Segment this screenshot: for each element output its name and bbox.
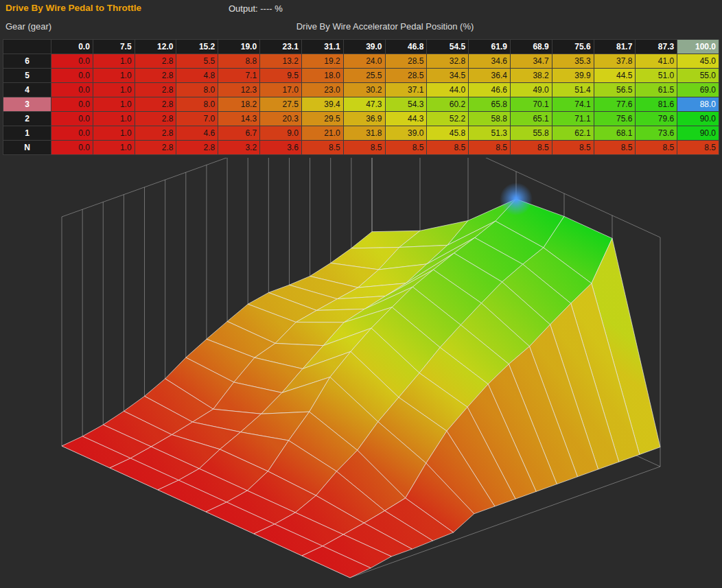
value-cell[interactable]: 0.0 xyxy=(51,83,93,97)
value-cell[interactable]: 8.5 xyxy=(552,141,594,155)
value-cell[interactable]: 71.1 xyxy=(552,112,594,126)
value-cell[interactable]: 3.6 xyxy=(260,141,302,155)
value-cell[interactable]: 20.3 xyxy=(260,112,302,126)
row-header-cell[interactable]: 3 xyxy=(3,97,51,112)
value-cell[interactable]: 8.5 xyxy=(301,141,343,155)
col-header-cell[interactable]: 12.0 xyxy=(135,40,176,54)
value-cell[interactable]: 1.0 xyxy=(93,83,135,97)
col-header-cell[interactable]: 75.6 xyxy=(552,40,594,54)
value-cell[interactable]: 90.0 xyxy=(677,126,719,141)
value-cell[interactable]: 21.0 xyxy=(301,126,343,141)
value-cell[interactable]: 41.0 xyxy=(636,54,677,69)
value-cell[interactable]: 46.6 xyxy=(469,83,511,97)
value-cell[interactable]: 14.3 xyxy=(218,112,260,126)
col-header-cell[interactable]: 46.8 xyxy=(385,40,427,54)
value-cell[interactable]: 2.8 xyxy=(176,141,218,155)
value-cell[interactable]: 7.0 xyxy=(176,112,218,126)
value-cell[interactable]: 2.8 xyxy=(135,126,176,141)
value-cell[interactable]: 2.8 xyxy=(135,54,176,69)
value-cell[interactable]: 8.5 xyxy=(594,141,636,155)
col-header-cell[interactable]: 61.9 xyxy=(469,40,511,54)
value-cell[interactable]: 25.5 xyxy=(343,69,385,83)
value-cell[interactable]: 69.0 xyxy=(677,83,719,97)
value-cell[interactable]: 54.3 xyxy=(385,97,427,112)
value-cell[interactable]: 1.0 xyxy=(93,112,135,126)
value-cell[interactable]: 44.5 xyxy=(594,69,636,83)
value-cell[interactable]: 36.9 xyxy=(343,112,385,126)
value-cell[interactable]: 28.5 xyxy=(385,69,427,83)
value-cell[interactable]: 13.2 xyxy=(260,54,302,69)
value-cell[interactable]: 61.5 xyxy=(636,83,677,97)
col-header-cell[interactable]: 0.0 xyxy=(51,40,93,54)
value-cell[interactable]: 0.0 xyxy=(51,126,93,141)
value-cell[interactable]: 65.1 xyxy=(510,112,552,126)
value-cell[interactable]: 2.8 xyxy=(135,141,176,155)
value-cell[interactable]: 55.0 xyxy=(677,69,719,83)
value-cell[interactable]: 30.2 xyxy=(343,83,385,97)
value-cell[interactable]: 8.5 xyxy=(469,141,511,155)
value-cell[interactable]: 1.0 xyxy=(93,97,135,112)
value-cell[interactable]: 4.6 xyxy=(176,126,218,141)
value-cell[interactable]: 51.3 xyxy=(469,126,511,141)
col-header-cell[interactable]: 31.1 xyxy=(301,40,343,54)
value-cell[interactable]: 4.8 xyxy=(176,69,218,83)
value-cell[interactable]: 8.5 xyxy=(427,141,469,155)
value-cell[interactable]: 37.1 xyxy=(385,83,427,97)
value-cell[interactable]: 1.0 xyxy=(93,69,135,83)
value-cell[interactable]: 17.0 xyxy=(260,83,302,97)
value-cell[interactable]: 39.9 xyxy=(552,69,594,83)
value-cell[interactable]: 39.0 xyxy=(385,126,427,141)
value-cell[interactable]: 74.1 xyxy=(552,97,594,112)
pedal-throttle-table[interactable]: 0.07.512.015.219.023.131.139.046.854.561… xyxy=(3,39,719,155)
value-cell[interactable]: 6.7 xyxy=(218,126,260,141)
value-cell[interactable]: 73.6 xyxy=(636,126,677,141)
col-header-cell[interactable]: 100.0 xyxy=(677,40,719,54)
value-cell[interactable]: 12.3 xyxy=(218,83,260,97)
value-cell[interactable]: 1.0 xyxy=(93,54,135,69)
col-header-cell[interactable]: 54.5 xyxy=(427,40,469,54)
value-cell[interactable]: 65.8 xyxy=(469,97,511,112)
value-cell[interactable]: 39.4 xyxy=(301,97,343,112)
value-cell[interactable]: 36.4 xyxy=(469,69,511,83)
col-header-cell[interactable]: 23.1 xyxy=(260,40,302,54)
value-cell[interactable]: 60.2 xyxy=(427,97,469,112)
value-cell[interactable]: 18.2 xyxy=(218,97,260,112)
value-cell[interactable]: 8.5 xyxy=(636,141,677,155)
value-cell[interactable]: 18.0 xyxy=(301,69,343,83)
value-cell[interactable]: 8.8 xyxy=(218,54,260,69)
value-cell[interactable]: 51.4 xyxy=(552,83,594,97)
value-cell[interactable]: 3.2 xyxy=(218,141,260,155)
value-cell[interactable]: 47.3 xyxy=(343,97,385,112)
value-cell[interactable]: 37.8 xyxy=(594,54,636,69)
value-cell[interactable]: 34.6 xyxy=(469,54,511,69)
value-cell[interactable]: 29.5 xyxy=(301,112,343,126)
value-cell[interactable]: 58.8 xyxy=(469,112,511,126)
row-header-cell[interactable]: 2 xyxy=(3,112,51,126)
col-header-cell[interactable]: 87.3 xyxy=(636,40,677,54)
value-cell[interactable]: 8.0 xyxy=(176,97,218,112)
value-cell[interactable]: 5.5 xyxy=(176,54,218,69)
value-cell[interactable]: 0.0 xyxy=(51,54,93,69)
value-cell[interactable]: 23.0 xyxy=(301,83,343,97)
value-cell[interactable]: 8.5 xyxy=(510,141,552,155)
value-cell[interactable]: 31.8 xyxy=(343,126,385,141)
value-cell[interactable]: 70.1 xyxy=(510,97,552,112)
col-header-cell[interactable]: 15.2 xyxy=(176,40,218,54)
value-cell[interactable]: 32.8 xyxy=(427,54,469,69)
value-cell[interactable]: 0.0 xyxy=(51,112,93,126)
col-header-cell[interactable]: 39.0 xyxy=(343,40,385,54)
value-cell[interactable]: 81.6 xyxy=(636,97,677,112)
value-cell[interactable]: 75.6 xyxy=(594,112,636,126)
value-cell[interactable]: 1.0 xyxy=(93,141,135,155)
value-cell[interactable]: 34.5 xyxy=(427,69,469,83)
value-cell[interactable]: 7.1 xyxy=(218,69,260,83)
value-cell[interactable]: 9.5 xyxy=(260,69,302,83)
value-cell[interactable]: 35.3 xyxy=(552,54,594,69)
value-cell[interactable]: 27.5 xyxy=(260,97,302,112)
value-cell[interactable]: 38.2 xyxy=(510,69,552,83)
value-cell[interactable]: 44.3 xyxy=(385,112,427,126)
value-cell[interactable]: 45.8 xyxy=(427,126,469,141)
value-cell[interactable]: 34.7 xyxy=(510,54,552,69)
value-cell[interactable]: 0.0 xyxy=(51,69,93,83)
value-cell[interactable]: 24.0 xyxy=(343,54,385,69)
